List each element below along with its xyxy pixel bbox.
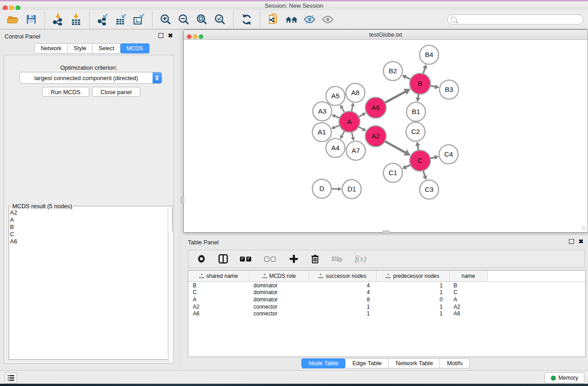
zoom-traffic-light[interactable] xyxy=(199,34,203,39)
mcds-result-item[interactable]: B xyxy=(10,224,17,231)
tab-motifs[interactable]: Motifs xyxy=(440,358,470,368)
mcds-result-item[interactable]: A xyxy=(10,216,17,224)
column-header-successor-nodes[interactable]: successor nodes xyxy=(309,271,376,282)
import-table-icon[interactable] xyxy=(67,12,85,27)
edge-A-A6[interactable] xyxy=(359,114,363,117)
export-table-icon[interactable] xyxy=(112,12,130,27)
tab-network[interactable]: Network xyxy=(34,43,68,53)
function-builder-icon[interactable]: f(x) xyxy=(355,253,366,265)
table-cell[interactable]: A6 xyxy=(449,310,488,317)
edge-A2-C[interactable] xyxy=(385,141,405,152)
zoom-out-icon[interactable] xyxy=(175,12,193,27)
close-panel-button[interactable]: Close panel xyxy=(92,87,140,97)
table-cell[interactable]: 1 xyxy=(309,303,376,310)
edge-C-C4[interactable] xyxy=(430,157,435,158)
edge-A6-B[interactable] xyxy=(385,92,405,103)
zoom-in-icon[interactable] xyxy=(157,12,175,27)
edge-A-A5[interactable] xyxy=(342,108,344,112)
minimize-traffic-light[interactable] xyxy=(193,34,197,39)
save-icon[interactable] xyxy=(22,12,40,27)
zoom-fit-icon[interactable] xyxy=(193,12,211,27)
table-row[interactable]: A6connector11A6 xyxy=(188,310,585,317)
gear-icon[interactable] xyxy=(196,253,206,265)
table-row[interactable]: Cdominator41C xyxy=(188,289,585,296)
edge-B-B2[interactable] xyxy=(406,77,411,79)
show-eye-icon[interactable] xyxy=(319,12,337,27)
table-body[interactable]: Bdominator41BCdominator41CAdominator80AA… xyxy=(188,282,585,317)
column-header-predecessor-nodes[interactable]: predecessor nodes xyxy=(376,271,449,282)
table-cell[interactable]: dominator xyxy=(249,289,309,296)
table-header-row[interactable]: shared nameMCDS rolesuccessor nodesprede… xyxy=(188,271,585,282)
edge-C-C3[interactable] xyxy=(423,171,425,176)
network-graph[interactable]: B4B2BB3A5A8A6A3B1AA1C2A2A4A7C4CC1DD1C3 xyxy=(184,40,587,232)
node-table[interactable]: shared nameMCDS rolesuccessor nodesprede… xyxy=(188,270,586,357)
optimization-criterion-select[interactable]: largest connected component (directed) xyxy=(19,72,162,84)
network-window-titlebar[interactable]: testGlobe.txt xyxy=(184,30,588,40)
tab-select[interactable]: Select xyxy=(93,43,121,53)
mcds-result-list[interactable]: A2ABCA6 xyxy=(10,209,17,245)
close-panel-icon[interactable]: ✖ xyxy=(578,239,583,244)
table-cell[interactable]: A xyxy=(188,296,249,303)
refresh-icon[interactable] xyxy=(238,12,256,27)
edge-A-A8[interactable] xyxy=(352,106,353,111)
table-cell[interactable]: B xyxy=(188,282,249,289)
table-cell[interactable]: connector xyxy=(249,310,309,317)
tab-network-table[interactable]: Network Table xyxy=(389,358,440,368)
tab-node-table[interactable]: Node Table xyxy=(301,358,346,368)
table-cell[interactable]: 1 xyxy=(376,282,449,289)
close-panel-icon[interactable]: ✖ xyxy=(168,33,173,38)
edge-B-B4[interactable] xyxy=(423,68,425,74)
edge-C-C1[interactable] xyxy=(406,165,411,167)
table-cell[interactable]: 1 xyxy=(309,310,376,317)
resize-grip-icon[interactable] xyxy=(582,226,586,231)
table-row[interactable]: A2connector11A2 xyxy=(188,303,585,310)
table-cell[interactable]: 4 xyxy=(309,289,376,296)
open-folder-icon[interactable] xyxy=(4,12,22,27)
table-cell[interactable]: A2 xyxy=(449,303,488,310)
homes-icon[interactable] xyxy=(282,12,301,27)
network-document-icon[interactable] xyxy=(264,12,282,27)
tab-edge-table[interactable]: Edge Table xyxy=(345,358,389,368)
table-cell[interactable]: A xyxy=(449,296,488,303)
table-row[interactable]: Bdominator41B xyxy=(188,282,585,289)
task-history-button[interactable] xyxy=(5,372,17,383)
close-traffic-light[interactable] xyxy=(187,34,191,39)
mcds-result-item[interactable]: C xyxy=(10,231,17,238)
table-cell[interactable]: dominator xyxy=(249,296,309,303)
table-cell[interactable]: C xyxy=(188,289,249,296)
control-panel-scrollbar[interactable] xyxy=(168,232,173,362)
table-cell[interactable]: A2 xyxy=(188,303,249,310)
divider-grip[interactable] xyxy=(382,230,390,234)
float-panel-icon[interactable] xyxy=(158,33,163,38)
edge-B-B3[interactable] xyxy=(430,86,435,87)
table-cell[interactable]: connector xyxy=(249,303,309,310)
edge-A-A3[interactable] xyxy=(335,116,339,118)
tab-style[interactable]: Style xyxy=(68,43,93,53)
delete-column-icon[interactable] xyxy=(311,253,320,265)
table-row[interactable]: Adominator80A xyxy=(188,296,585,303)
float-panel-icon[interactable] xyxy=(569,239,574,244)
table-cell[interactable]: B xyxy=(449,282,488,289)
table-cell[interactable]: 8 xyxy=(309,296,376,303)
add-column-icon[interactable] xyxy=(289,253,299,265)
export-network-icon[interactable] xyxy=(94,12,112,27)
table-cell[interactable]: C xyxy=(449,289,488,296)
table-cell[interactable]: 1 xyxy=(376,310,449,317)
memory-button[interactable]: Memory xyxy=(545,372,584,383)
deselect-all-icon[interactable] xyxy=(264,253,277,265)
table-cell[interactable]: 1 xyxy=(376,289,449,296)
tab-mcds[interactable]: MCDS xyxy=(120,43,149,53)
select-all-icon[interactable] xyxy=(240,253,253,265)
divider-grip[interactable] xyxy=(181,196,184,204)
mcds-result-item[interactable]: A2 xyxy=(10,209,17,216)
table-cell[interactable]: 0 xyxy=(376,296,449,303)
column-header-shared-name[interactable]: shared name xyxy=(188,271,249,282)
zoom-selected-icon[interactable] xyxy=(211,12,229,27)
mcds-result-item[interactable]: A6 xyxy=(10,238,17,245)
edge-A-A1[interactable] xyxy=(335,125,339,127)
network-canvas[interactable]: B4B2BB3A5A8A6A3B1AA1C2A2A4A7C4CC1DD1C3 xyxy=(184,40,587,232)
delete-table-icon[interactable] xyxy=(331,253,343,265)
edge-C-C2[interactable] xyxy=(418,146,419,150)
search-input[interactable] xyxy=(459,16,574,23)
table-cell[interactable]: 4 xyxy=(309,282,376,289)
